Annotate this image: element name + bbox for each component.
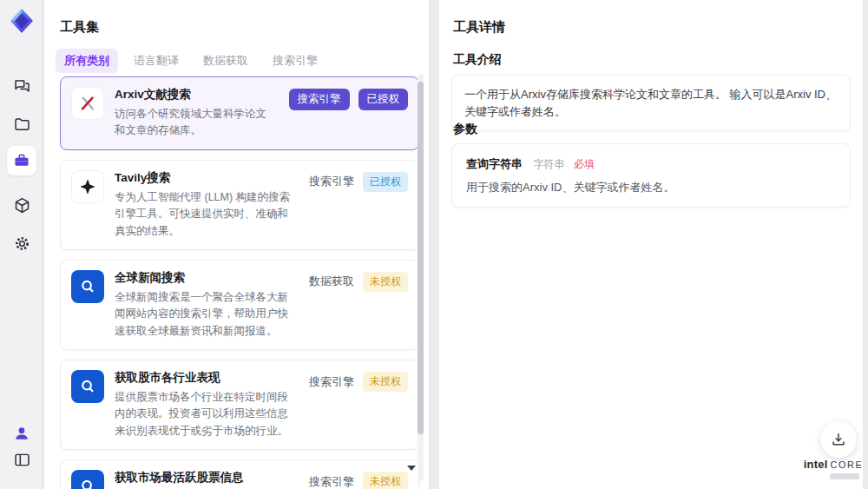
tool-description: 全球新闻搜索是一个聚合全球各大新闻网站内容的搜索引擎，帮助用户快速获取全球最新资…: [115, 289, 295, 340]
tool-card-sector-performance[interactable]: 获取股市各行业表现 提供股票市场各个行业在特定时间段内的表现。投资者可以利用这些…: [60, 360, 419, 450]
category-label: 搜索引擎: [309, 474, 354, 489]
icon-rail: [0, 0, 43, 489]
tool-title: Tavily搜索: [115, 170, 295, 186]
page-title: 工具集: [60, 19, 99, 36]
scrollbar-thumb[interactable]: [418, 82, 424, 434]
core-wordmark: core: [830, 459, 863, 470]
params-heading: 参数: [453, 122, 477, 137]
param-description: 用于搜索的Arxiv ID、关键字或作者姓名。: [466, 180, 836, 195]
tool-card-arxiv[interactable]: Arxiv文献搜索 访问各个研究领域大量科学论文和文章的存储库。 搜索引擎 已授…: [60, 76, 419, 150]
tool-card-most-active-stocks[interactable]: 获取市场最活跃股票信息 提供当天交易量最高的股票列表。投资者可以利用这些信息来识…: [60, 459, 419, 489]
tool-description: 访问各个研究领域大量科学论文和文章的存储库。: [115, 106, 275, 140]
tool-title: 全球新闻搜索: [115, 270, 295, 286]
tool-description: 提供股票市场各个行业在特定时间段内的表现。投资者可以利用这些信息来识别表现优于或…: [115, 389, 295, 439]
tab-data-fetching[interactable]: 数据获取: [194, 49, 257, 73]
tab-search-engine[interactable]: 搜索引擎: [264, 49, 326, 73]
status-badge-unauthorized: 未授权: [363, 472, 408, 489]
tool-title: Arxiv文献搜索: [115, 87, 275, 102]
param-required-label: 必填: [574, 158, 595, 170]
param-card: 查询字符串 字符串 必填 用于搜索的Arxiv ID、关键字或作者姓名。: [451, 143, 851, 208]
scroll-down-arrow-icon[interactable]: [407, 466, 416, 471]
briefcase-icon: [13, 152, 30, 169]
status-badge-unauthorized: 未授权: [363, 272, 408, 292]
tool-title: 获取股市各行业表现: [115, 370, 295, 386]
tool-card-list: Arxiv文献搜索 访问各个研究领域大量科学论文和文章的存储库。 搜索引擎 已授…: [60, 76, 419, 489]
tool-description: 专为人工智能代理 (LLM) 构建的搜索引擎工具。可快速提供实时、准确和真实的结…: [115, 189, 295, 240]
panel-toggle-icon[interactable]: [10, 448, 33, 471]
param-type: 字符串: [533, 158, 564, 170]
tool-detail-panel: 工具详情 工具介绍 一个用于从Arxiv存储库搜索科学论文和文章的工具。 输入可…: [439, 0, 863, 489]
intel-ultra-mark: [830, 473, 859, 479]
tool-card-tavily[interactable]: Tavily搜索 专为人工智能代理 (LLM) 构建的搜索引擎工具。可快速提供实…: [60, 160, 419, 250]
intro-heading: 工具介绍: [453, 52, 502, 68]
app-window: 工具集 所有类别 语言翻译 数据获取 搜索引擎 Arxiv文献搜索 访问各个研究…: [0, 0, 868, 489]
auth-status-button[interactable]: 已授权: [358, 89, 409, 110]
blue-search-logo-icon: [71, 370, 104, 403]
folder-icon[interactable]: [10, 113, 33, 135]
app-logo-icon: [8, 7, 36, 35]
category-label: 数据获取: [309, 274, 354, 289]
blue-search-logo-icon: [71, 270, 104, 303]
download-icon: [830, 431, 847, 448]
tab-language-translation[interactable]: 语言翻译: [125, 49, 187, 73]
intel-core-logo: intel core: [804, 458, 863, 479]
category-label: 搜索引擎: [309, 174, 354, 189]
tab-all-categories[interactable]: 所有类别: [56, 49, 118, 73]
status-badge-unauthorized: 未授权: [363, 372, 408, 392]
download-button[interactable]: [820, 421, 857, 458]
sidebar-item-tools-active[interactable]: [7, 146, 36, 175]
cube-icon[interactable]: [10, 194, 33, 216]
tavily-star-icon: [71, 170, 104, 203]
param-name: 查询字符串: [466, 157, 523, 170]
status-badge-authorized: 已授权: [363, 172, 408, 192]
blue-search-logo-icon: [71, 470, 104, 489]
intel-wordmark: intel: [804, 458, 828, 471]
gear-icon[interactable]: [10, 232, 33, 254]
user-icon[interactable]: [10, 422, 33, 445]
tool-title: 获取市场最活跃股票信息: [115, 470, 295, 486]
arxiv-logo-icon: [71, 87, 104, 120]
category-tabs: 所有类别 语言翻译 数据获取 搜索引擎: [56, 49, 326, 73]
detail-title: 工具详情: [453, 19, 505, 36]
tool-list-panel: 工具集 所有类别 语言翻译 数据获取 搜索引擎 Arxiv文献搜索 访问各个研究…: [44, 0, 429, 489]
category-tag-button[interactable]: 搜索引擎: [289, 89, 350, 110]
chat-icon[interactable]: [10, 75, 33, 97]
category-label: 搜索引擎: [309, 374, 354, 390]
intro-box: 一个用于从Arxiv存储库搜索科学论文和文章的工具。 输入可以是Arxiv ID…: [451, 75, 851, 131]
tool-card-global-news[interactable]: 全球新闻搜索 全球新闻搜索是一个聚合全球各大新闻网站内容的搜索引擎，帮助用户快速…: [60, 260, 419, 350]
